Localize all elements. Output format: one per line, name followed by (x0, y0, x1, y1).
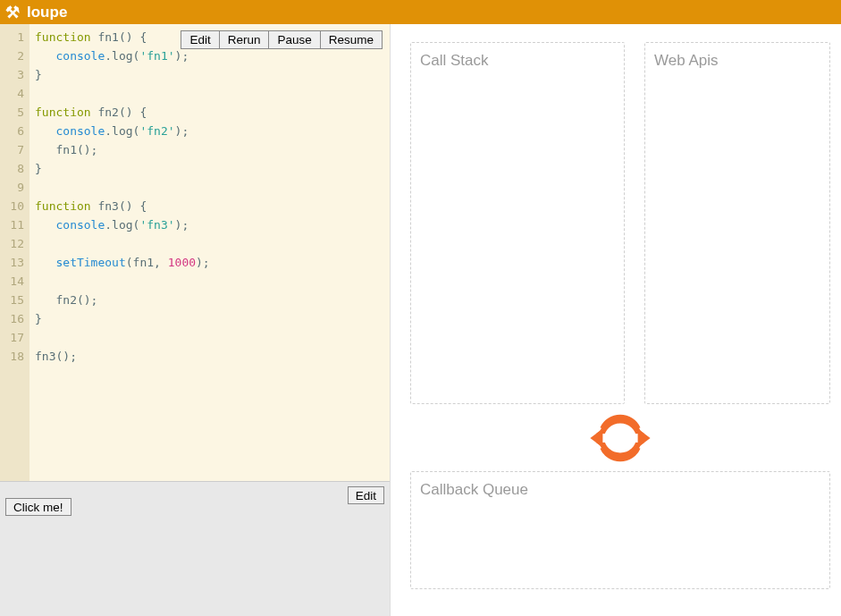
code-line: console.log('fn1'); (35, 46, 210, 65)
call-stack-panel: Call Stack (410, 42, 625, 404)
code-line: function fn2() { (35, 103, 210, 122)
web-apis-title: Web Apis (654, 52, 820, 70)
left-column: 123456789101112131415161718 function fn1… (0, 24, 391, 616)
app-title: loupe (27, 4, 67, 21)
hammer-pick-icon: ⚒ (5, 4, 20, 21)
line-number: 16 (0, 309, 29, 328)
line-number: 4 (0, 84, 29, 103)
code-line (35, 272, 210, 291)
code-line: } (35, 159, 210, 178)
code-line: } (35, 65, 210, 84)
line-number: 9 (0, 178, 29, 197)
line-number: 13 (0, 253, 29, 272)
html-preview-pane: Edit Click me! (0, 481, 390, 616)
line-number: 18 (0, 347, 29, 366)
call-stack-title: Call Stack (420, 52, 615, 70)
click-me-button[interactable]: Click me! (5, 498, 71, 516)
code-line (35, 328, 210, 347)
editor-toolbar: Edit Rerun Pause Resume (181, 30, 383, 49)
code-line: fn2(); (35, 291, 210, 309)
line-number: 10 (0, 197, 29, 215)
line-number: 17 (0, 328, 29, 347)
event-loop-icon (589, 412, 652, 464)
line-number: 5 (0, 103, 29, 122)
code-line: fn1(); (35, 140, 210, 159)
main-layout: 123456789101112131415161718 function fn1… (0, 24, 841, 616)
line-number: 15 (0, 291, 29, 309)
line-number: 8 (0, 159, 29, 178)
callback-queue-panel: Callback Queue (410, 471, 830, 589)
code-line: function fn3() { (35, 197, 210, 215)
line-number: 6 (0, 122, 29, 140)
pause-button[interactable]: Pause (268, 30, 320, 49)
line-number: 14 (0, 272, 29, 291)
code-content[interactable]: function fn1() { console.log('fn1');} fu… (29, 24, 210, 481)
callback-queue-title: Callback Queue (420, 481, 820, 499)
web-apis-panel: Web Apis (644, 42, 830, 404)
edit-html-button[interactable]: Edit (348, 486, 384, 504)
edit-button[interactable]: Edit (181, 30, 219, 49)
code-line: console.log('fn3'); (35, 215, 210, 234)
line-number: 2 (0, 46, 29, 65)
app-header: ⚒ loupe (0, 0, 841, 24)
code-line (35, 178, 210, 197)
rerun-button[interactable]: Rerun (219, 30, 270, 49)
resume-button[interactable]: Resume (320, 30, 383, 49)
code-line: } (35, 309, 210, 328)
code-line: fn3(); (35, 347, 210, 366)
code-editor[interactable]: 123456789101112131415161718 function fn1… (0, 24, 390, 481)
event-loop-wrap (410, 404, 830, 471)
code-line: console.log('fn2'); (35, 122, 210, 140)
runtime-column: Call Stack Web Apis (391, 24, 841, 616)
line-number: 7 (0, 140, 29, 159)
line-number: 12 (0, 234, 29, 253)
top-panel-row: Call Stack Web Apis (410, 42, 830, 404)
line-number: 1 (0, 28, 29, 46)
code-line (35, 84, 210, 103)
code-line: setTimeout(fn1, 1000); (35, 253, 210, 272)
line-number: 3 (0, 65, 29, 84)
code-line (35, 234, 210, 253)
line-number: 11 (0, 215, 29, 234)
line-number-gutter: 123456789101112131415161718 (0, 24, 29, 481)
